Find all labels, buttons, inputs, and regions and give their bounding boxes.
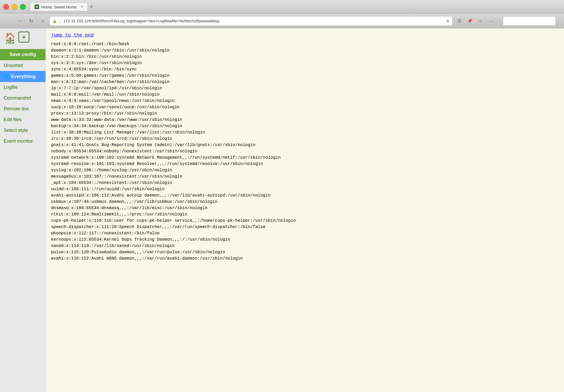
everything-icon: 🌐	[4, 74, 9, 79]
remote-doc-label: Remote doc	[4, 106, 29, 112]
warning-icon: ⚠	[58, 19, 62, 23]
main-container: 🏠 FHEM + Save config Unsorted 🌐 Everythi…	[0, 28, 564, 392]
fhem-logo[interactable]: 🏠 FHEM	[2, 30, 18, 47]
edit-files-label: Edit files	[4, 117, 22, 122]
forward-icon: →	[17, 18, 22, 24]
home-button[interactable]: ⌂	[38, 16, 47, 26]
back-button[interactable]: ←	[3, 16, 13, 26]
fhem-house-icon: 🏠	[5, 33, 16, 41]
traffic-lights	[3, 4, 26, 10]
bookmark-icon: ★	[446, 18, 450, 23]
sidebar-item-edit-files[interactable]: Edit files	[0, 114, 45, 125]
sidebar-icon: ☰	[458, 18, 461, 23]
nav-actions: ☰ 📌 ☆ ⋯	[455, 16, 496, 26]
security-icon: 🔒	[52, 19, 57, 23]
pocket-icon: 📌	[467, 18, 473, 23]
add-device-button[interactable]: +	[18, 32, 29, 43]
bookmark-icon: ☆	[479, 18, 482, 23]
fhem-label: FHEM	[6, 41, 14, 44]
sidebar-top: 🏠 FHEM +	[0, 28, 45, 49]
sidebar-item-commandref[interactable]: Commandref	[0, 93, 45, 104]
reload-icon: ↻	[29, 18, 33, 24]
event-monitor-label: Event monitor	[4, 138, 33, 144]
url-text: 172.16.155.129:8083/fhem/FileLog_logWrap…	[63, 19, 444, 23]
content-area: jump to the end root:x:0:0:root:/root:/b…	[46, 28, 564, 392]
tab-close-button[interactable]: ×	[81, 4, 83, 9]
sidebar-item-unsorted[interactable]: Unsorted	[0, 60, 45, 71]
forward-button[interactable]: →	[15, 16, 24, 26]
sidebar-item-event-monitor[interactable]: Event monitor	[0, 136, 45, 147]
unsorted-label: Unsorted	[4, 63, 23, 68]
logfile-label: Logfile	[4, 85, 18, 90]
bookmark-add-button[interactable]: ☆	[476, 16, 485, 26]
sidebar-item-remote-doc[interactable]: Remote doc	[0, 104, 45, 114]
new-tab-button[interactable]: +	[88, 2, 95, 11]
sidebar-item-logfile[interactable]: Logfile	[0, 82, 45, 93]
close-window-button[interactable]	[3, 4, 9, 10]
tab-title: Home, Sweet Home	[41, 5, 76, 9]
home-icon: ⌂	[41, 18, 44, 24]
search-input[interactable]	[503, 17, 556, 25]
select-style-label: Select style	[4, 128, 28, 133]
sidebar: 🏠 FHEM + Save config Unsorted 🌐 Everythi…	[0, 28, 46, 392]
titlebar: H Home, Sweet Home × +	[0, 0, 564, 14]
minimize-window-button[interactable]	[12, 4, 17, 10]
navbar: ← → ↻ ⌂ 🔒 ⚠ 172.16.155.129:8083/fhem/Fil…	[0, 14, 564, 28]
pocket-button[interactable]: 📌	[465, 16, 475, 26]
log-content: root:x:0:0:root:/root:/bin/bash daemon:x…	[51, 41, 559, 262]
everything-label: Everything	[11, 74, 35, 79]
browser-tab[interactable]: H Home, Sweet Home ×	[30, 3, 88, 11]
tab-bar: H Home, Sweet Home × +	[30, 2, 561, 11]
sidebar-toggle-button[interactable]: ☰	[455, 16, 464, 26]
save-config-button[interactable]: Save config	[0, 49, 45, 60]
tab-favicon: H	[34, 4, 39, 9]
back-icon: ←	[6, 18, 10, 24]
jump-to-end-link[interactable]: jump to the end	[51, 33, 559, 38]
address-bar[interactable]: 🔒 ⚠ 172.16.155.129:8083/fhem/FileLog_log…	[49, 16, 453, 26]
reload-button[interactable]: ↻	[26, 16, 36, 26]
menu-button[interactable]: ⋯	[486, 16, 496, 26]
sidebar-item-select-style[interactable]: Select style	[0, 125, 45, 136]
sidebar-item-everything[interactable]: 🌐 Everything	[0, 71, 45, 82]
fullscreen-window-button[interactable]	[20, 4, 26, 10]
menu-icon: ⋯	[489, 18, 493, 24]
commandref-label: Commandref	[4, 95, 31, 101]
